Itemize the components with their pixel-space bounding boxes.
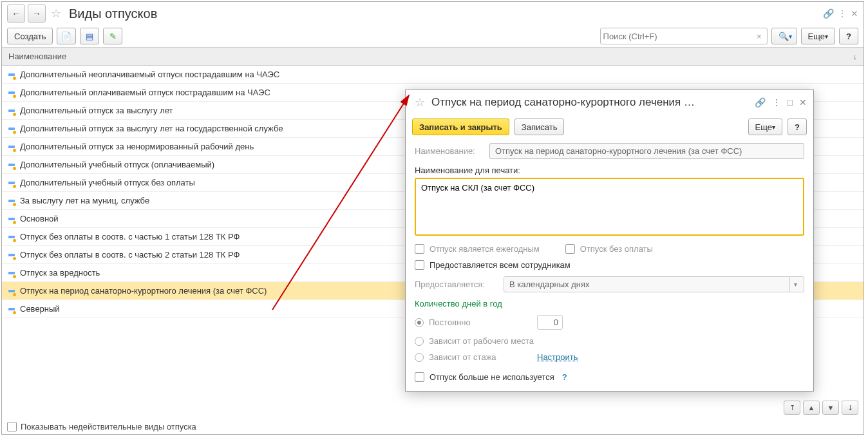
item-label: Отпуск без оплаты в соотв. с частью 2 ст… <box>20 250 240 260</box>
radio-constant-label: Постоянно <box>429 318 532 327</box>
link-icon[interactable]: 🔗 <box>823 8 834 19</box>
item-icon <box>8 252 15 258</box>
search-box[interactable]: × <box>600 28 768 44</box>
edit-dialog: ☆ Отпуск на период санаторно-курортного … <box>405 90 814 392</box>
no-pay-label: Отпуск без оплаты <box>580 244 653 254</box>
dialog-maximize-icon[interactable]: □ <box>788 97 793 108</box>
column-name: Наименование <box>8 52 66 61</box>
item-icon <box>8 126 15 132</box>
save-and-close-button[interactable]: Записать и закрыть <box>412 118 509 135</box>
item-label: Основной <box>20 214 59 223</box>
not-used-checkbox[interactable] <box>415 372 424 382</box>
all-employees-checkbox[interactable] <box>415 260 424 270</box>
item-icon <box>8 180 15 186</box>
item-label: Отпуск за вредность <box>20 268 100 278</box>
back-button[interactable]: ← <box>7 5 25 23</box>
radio-stage <box>415 353 424 362</box>
help-hint-icon[interactable]: ? <box>562 372 567 382</box>
page-first-button[interactable]: ⤒ <box>784 401 800 415</box>
help-button[interactable]: ? <box>839 28 858 44</box>
list-view-button[interactable]: ▤ <box>80 28 99 44</box>
item-icon <box>8 270 15 276</box>
item-icon <box>8 216 15 222</box>
provided-select: В календарных днях▾ <box>504 276 804 292</box>
show-inactive-checkbox[interactable] <box>7 422 17 431</box>
page-last-button[interactable]: ⤓ <box>842 401 858 415</box>
dialog-more-button[interactable]: Еще <box>748 118 782 135</box>
item-label: Отпуск без оплаты в соотв. с частью 1 ст… <box>20 232 240 242</box>
page-down-button[interactable]: ▼ <box>822 401 839 415</box>
forward-button[interactable]: → <box>28 5 46 23</box>
search-clear-icon[interactable]: × <box>754 32 764 41</box>
item-icon <box>8 306 15 312</box>
more-menu-icon[interactable]: ⋮ <box>838 8 847 19</box>
item-icon <box>8 144 15 150</box>
name-label: Наименование: <box>415 146 484 156</box>
item-label: Северный <box>20 304 60 314</box>
print-name-label: Наименование для печати: <box>415 166 804 175</box>
item-label: За выслугу лет на муниц. службе <box>20 196 149 205</box>
page-title: Виды отпусков <box>69 6 157 21</box>
copy-button[interactable]: 📄 <box>57 28 76 44</box>
days-section-title: Количество дней в год <box>415 299 804 308</box>
all-employees-label: Предоставляется всем сотрудникам <box>429 260 571 270</box>
item-label: Дополнительный оплачиваемый отпуск постр… <box>20 88 270 97</box>
list-item[interactable]: Дополнительный неоплачиваемый отпуск пос… <box>2 66 863 84</box>
not-used-label: Отпуск больше не используется <box>429 372 554 382</box>
configure-link[interactable]: Настроить <box>537 352 578 362</box>
dialog-star-icon[interactable]: ☆ <box>415 95 425 109</box>
page-up-button[interactable]: ▲ <box>803 401 820 415</box>
provided-label: Предоставляется: <box>415 280 498 289</box>
chevron-down-icon: ▾ <box>789 277 801 292</box>
no-pay-checkbox <box>565 244 575 254</box>
days-count-input <box>537 315 563 330</box>
is-annual-checkbox <box>415 244 424 254</box>
favorite-star-icon[interactable]: ☆ <box>51 6 61 21</box>
radio-workplace-label: Зависит от рабочего места <box>429 336 534 346</box>
item-icon <box>8 288 15 294</box>
dialog-more-icon[interactable]: ⋮ <box>772 97 781 108</box>
table-header: Наименование ↓ <box>2 47 863 66</box>
radio-constant <box>415 318 424 327</box>
item-label: Дополнительный отпуск за выслугу лет <box>20 106 173 115</box>
refresh-button[interactable]: ✎ <box>103 28 122 44</box>
item-label: Дополнительный отпуск за выслугу лет на … <box>20 124 283 133</box>
item-label: Дополнительный учебный отпуск (оплачивае… <box>20 160 214 169</box>
search-input[interactable] <box>603 32 754 41</box>
create-button[interactable]: Создать <box>7 28 53 44</box>
is-annual-label: Отпуск является ежегодным <box>429 244 540 254</box>
item-icon <box>8 108 15 114</box>
item-icon <box>8 234 15 240</box>
item-label: Отпуск на период санаторно-курортного ле… <box>20 286 267 296</box>
item-label: Дополнительный учебный отпуск без оплаты <box>20 178 195 187</box>
item-label: Дополнительный неоплачиваемый отпуск пос… <box>20 70 279 79</box>
dialog-help-button[interactable]: ? <box>788 118 807 135</box>
more-button[interactable]: Еще <box>801 28 835 44</box>
item-icon <box>8 162 15 168</box>
dialog-link-icon[interactable]: 🔗 <box>755 97 766 108</box>
close-icon[interactable]: ✕ <box>851 8 858 19</box>
name-field: Отпуск на период санаторно-курортного ле… <box>489 143 804 159</box>
item-icon <box>8 90 15 96</box>
radio-stage-label: Зависит от стажа <box>429 352 532 362</box>
item-label: Дополнительный отпуск за ненормированный… <box>20 142 254 151</box>
radio-workplace <box>415 337 424 346</box>
item-icon <box>8 198 15 204</box>
dialog-close-icon[interactable]: ✕ <box>799 97 807 108</box>
show-inactive-label: Показывать недействительные виды отпуска <box>21 422 196 431</box>
save-button[interactable]: Записать <box>514 118 565 135</box>
item-icon <box>8 71 15 78</box>
search-dropdown-button[interactable]: 🔍 <box>771 28 797 44</box>
sort-indicator-icon: ↓ <box>853 52 858 61</box>
dialog-title: Отпуск на период санаторно-курортного ле… <box>431 96 751 109</box>
print-name-textarea[interactable] <box>415 178 804 236</box>
